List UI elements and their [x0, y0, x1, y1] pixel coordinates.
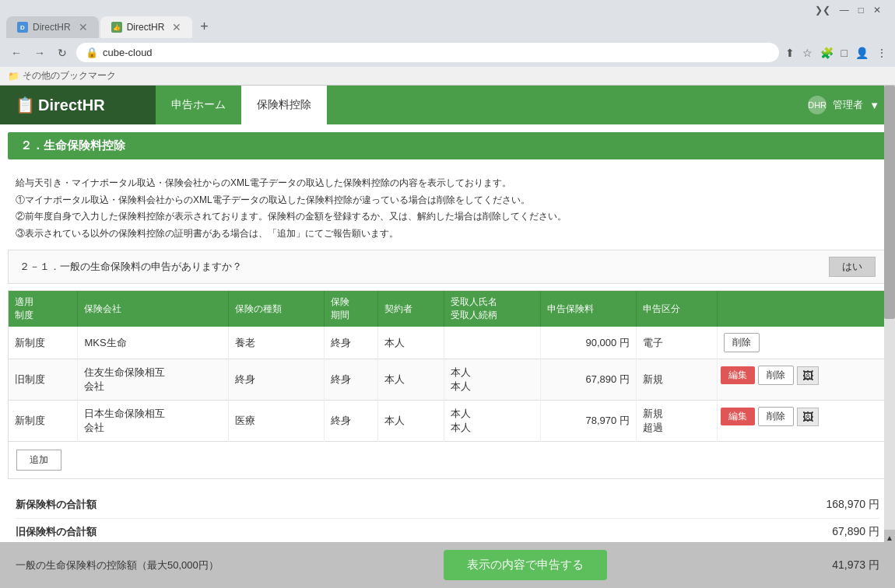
scrollbar[interactable] [884, 86, 895, 537]
star-icon[interactable]: ☆ [802, 47, 813, 59]
table-row: 旧制度 住友生命保険相互会社 終身 終身 本人 本人本人 67,890 円 新規… [9, 359, 886, 401]
tab-2-favicon: 👍 [111, 22, 122, 33]
address-input[interactable]: 🔒 cube-cloud [76, 43, 779, 62]
scroll-up-button[interactable]: ▲ [884, 530, 895, 545]
user-icon: DHR [808, 96, 827, 114]
new-tab-button[interactable]: + [194, 16, 215, 38]
insurance-table: 適用制度 保険会社 保険の種類 保険期間 契約者 受取人氏名受取人続柄 申告保険… [9, 291, 886, 442]
desc-line-4: ③表示されている以外の保険料控除の証明書がある場合は、「追加」にてご報告願います… [16, 226, 879, 243]
new-total-row: 新保険料の合計額 168,970 円 [16, 492, 879, 519]
cell-premium-2: 67,890 円 [540, 359, 636, 401]
submit-button[interactable]: 表示の内容で申告する [444, 550, 607, 580]
deduction-label: 一般の生命保険料の控除額（最大50,000円） [16, 558, 219, 572]
cell-recipient-3: 本人本人 [444, 401, 540, 442]
old-total-value: 67,890 円 [832, 525, 879, 539]
question-bar: ２－１．一般の生命保険料の申告がありますか？ はい [8, 250, 887, 284]
collapse-icon: ❯❮ [815, 5, 830, 16]
tab-bar: D DirectHR ✕ 👍 DirectHR ✕ + [0, 16, 895, 38]
tab-1-favicon: D [17, 22, 28, 33]
image-icon-3[interactable]: 🖼 [797, 408, 819, 426]
section-title: ２．生命保険料控除 [8, 132, 887, 159]
browser-chrome: ❯❮ — □ ✕ D DirectHR ✕ 👍 DirectHR ✕ + ← →… [0, 0, 895, 86]
nav-insurance[interactable]: 保険料控除 [241, 86, 327, 124]
th-recipient: 受取人氏名受取人続柄 [444, 291, 540, 327]
minimize-button[interactable]: — [840, 5, 849, 16]
delete-button-3[interactable]: 削除 [758, 407, 794, 426]
tab-1[interactable]: D DirectHR ✕ [6, 16, 99, 38]
nav-home[interactable]: 申告ホーム [156, 86, 241, 124]
profile-icon[interactable]: 👤 [855, 47, 869, 59]
address-bar: ← → ↻ 🔒 cube-cloud ⬆ ☆ 🧩 □ 👤 ⋮ [0, 38, 895, 67]
tab-2[interactable]: 👍 DirectHR ✕ [100, 16, 193, 38]
cell-actions-2: 編集 削除 🖼 [718, 359, 886, 391]
forward-button[interactable]: → [31, 45, 48, 61]
cell-system-1: 新制度 [9, 327, 78, 359]
th-company: 保険会社 [78, 291, 229, 327]
cell-period-3: 終身 [325, 401, 378, 442]
address-text: cube-cloud [103, 47, 153, 58]
th-contractor: 契約者 [378, 291, 444, 327]
cell-type-1: 養老 [229, 327, 325, 359]
app-header: 📋 DirectHR 申告ホーム 保険料控除 DHR 管理者 ▼ [0, 86, 895, 124]
cell-contractor-3: 本人 [378, 401, 444, 442]
cell-period-1: 終身 [325, 327, 378, 359]
refresh-button[interactable]: ↻ [54, 45, 70, 61]
back-button[interactable]: ← [8, 45, 25, 61]
nav-insurance-label: 保険料控除 [257, 98, 311, 112]
insurance-table-wrap: 適用制度 保険会社 保険の種類 保険期間 契約者 受取人氏名受取人続柄 申告保険… [8, 290, 887, 479]
nav-menu: 申告ホーム 保険料控除 [156, 86, 327, 124]
tab-1-close[interactable]: ✕ [79, 21, 88, 33]
cell-premium-1: 90,000 円 [540, 327, 636, 359]
th-premium: 申告保険料 [540, 291, 636, 327]
share-icon[interactable]: ⬆ [785, 47, 795, 59]
cell-category-2: 新規 [636, 359, 717, 401]
cell-company-2: 住友生命保険相互会社 [78, 359, 229, 401]
lock-icon: 🔒 [86, 47, 98, 58]
footer-bar: 一般の生命保険料の控除額（最大50,000円） 表示の内容で申告する 41,97… [0, 542, 895, 588]
tab-2-close[interactable]: ✕ [172, 21, 181, 33]
table-row: 新制度 MKS生命 養老 終身 本人 90,000 円 電子 削除 [9, 327, 886, 359]
close-button[interactable]: ✕ [873, 5, 881, 16]
delete-button-1[interactable]: 削除 [724, 333, 760, 352]
edit-button-2[interactable]: 編集 [721, 366, 755, 384]
deduction-value: 41,973 円 [832, 558, 879, 572]
cell-contractor-2: 本人 [378, 359, 444, 401]
cell-category-1: 電子 [636, 327, 717, 359]
old-total-label: 旧保険料の合計額 [16, 525, 97, 539]
maximize-button[interactable]: □ [858, 5, 864, 16]
cell-recipient-1 [444, 327, 540, 359]
cell-contractor-1: 本人 [378, 327, 444, 359]
scroll-thumb[interactable] [884, 86, 895, 319]
desc-line-1: 給与天引き・マイナポータル取込・保険会社からのXML電子データの取込した保険料控… [16, 175, 879, 192]
yes-button[interactable]: はい [829, 257, 876, 277]
logo: 📋 DirectHR [0, 86, 156, 124]
address-icons: ⬆ ☆ 🧩 □ 👤 ⋮ [785, 47, 887, 59]
menu-icon[interactable]: ⋮ [876, 47, 887, 59]
bookmark-label: その他のブックマーク [23, 69, 116, 82]
header-right: DHR 管理者 ▼ [808, 96, 895, 114]
cell-period-2: 終身 [325, 359, 378, 401]
question-text: ２－１．一般の生命保険料の申告がありますか？ [19, 260, 242, 274]
cell-company-3: 日本生命保険相互会社 [78, 401, 229, 442]
cell-system-3: 新制度 [9, 401, 78, 442]
main-content: ２．生命保険料控除 給与天引き・マイナポータル取込・保険会社からのXML電子デー… [0, 124, 895, 588]
window-controls: ❯❮ — □ ✕ [815, 5, 887, 16]
extensions-icon[interactable]: 🧩 [820, 47, 834, 59]
edit-button-3[interactable]: 編集 [721, 408, 755, 425]
dropdown-icon[interactable]: ▼ [869, 100, 879, 111]
nav-home-label: 申告ホーム [171, 98, 226, 112]
description: 給与天引き・マイナポータル取込・保険会社からのXML電子データの取込した保険料控… [0, 167, 895, 250]
th-period: 保険期間 [325, 291, 378, 327]
bookmark-bar: 📁 その他のブックマーク [0, 67, 895, 86]
cell-actions-3: 編集 削除 🖼 [718, 401, 886, 432]
add-button[interactable]: 追加 [16, 450, 61, 471]
delete-button-2[interactable]: 削除 [758, 366, 794, 385]
logo-text: DirectHR [38, 96, 105, 114]
sidebar-icon[interactable]: □ [841, 47, 848, 59]
cell-actions-1: 削除 [717, 327, 886, 359]
cell-premium-3: 78,970 円 [540, 401, 636, 442]
cell-company-1: MKS生命 [78, 327, 229, 359]
image-icon-2[interactable]: 🖼 [797, 366, 819, 385]
desc-line-3: ②前年度自身で入力した保険料控除が表示されております。保険料の金額を登録するか、… [16, 208, 879, 226]
bookmark-folder-icon: 📁 [8, 71, 19, 82]
